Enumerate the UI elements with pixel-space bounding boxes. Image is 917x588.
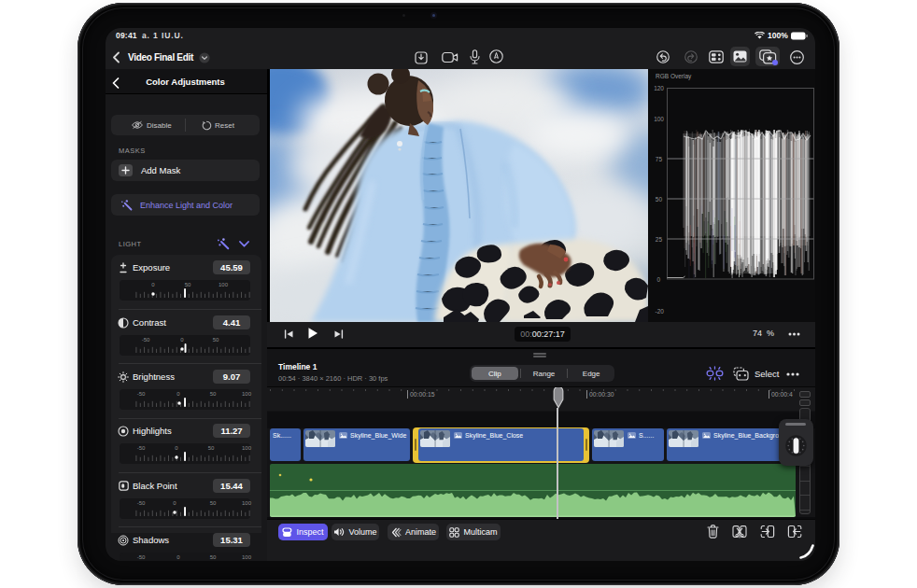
svg-text:25: 25 bbox=[656, 236, 663, 243]
svg-text:120: 120 bbox=[654, 85, 664, 91]
svg-text:100: 100 bbox=[654, 116, 664, 122]
svg-text:50: 50 bbox=[656, 196, 663, 203]
svg-text:0: 0 bbox=[656, 276, 660, 283]
svg-text:75: 75 bbox=[656, 156, 663, 162]
svg-text:-20: -20 bbox=[656, 308, 665, 315]
